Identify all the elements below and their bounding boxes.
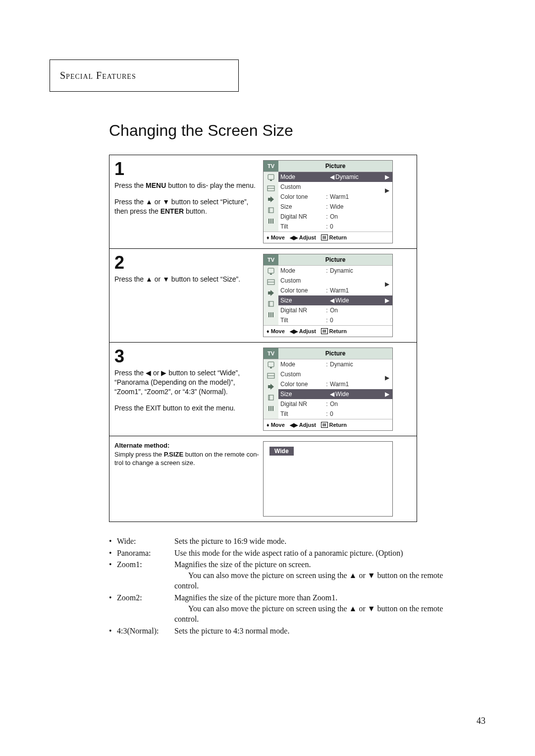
- t: Simply press the: [114, 451, 164, 458]
- osd-title: Picture: [278, 348, 392, 359]
- svg-marker-24: [268, 384, 274, 390]
- channel-icon: [266, 289, 276, 297]
- alternate-screen: Wide: [263, 441, 407, 517]
- t: You can also move the picture on screen …: [188, 604, 349, 613]
- osd-row-mode: Mode ◀Dynamic▶: [278, 172, 392, 182]
- t: Move: [271, 234, 285, 240]
- lbl: Tilt: [280, 317, 324, 324]
- t: ENTER: [160, 207, 184, 215]
- lbl: Custom: [280, 371, 324, 378]
- lbl: Size: [280, 297, 324, 304]
- picture-icon: [266, 267, 276, 276]
- setup-icon: [266, 310, 276, 319]
- lbl: Mode: [280, 267, 324, 274]
- step-2: 2 Press the ▲ or ▼ button to select “Siz…: [109, 249, 417, 343]
- right-triangle-icon: ▶: [385, 391, 389, 398]
- leftright-icon: ◀▶: [290, 328, 298, 335]
- step-alternate: Alternate method: Simply press the P.SIZ…: [109, 436, 417, 522]
- t: or: [357, 571, 367, 580]
- t: button to select “Size”.: [169, 275, 240, 283]
- sound-icon: [266, 184, 276, 193]
- screen-preview: Wide: [263, 441, 393, 517]
- bullet-icon: •: [109, 559, 117, 591]
- val: Wide: [330, 203, 390, 210]
- t: Magnifies the size of the picture on scr…: [174, 559, 466, 570]
- t: button.: [184, 207, 207, 215]
- footer-return: IIIReturn: [321, 328, 347, 334]
- footer-return: IIIReturn: [321, 234, 347, 240]
- osd-row-tilt: Tilt : 0: [278, 315, 392, 325]
- val: Warm1: [330, 193, 390, 200]
- t: Move: [271, 328, 285, 334]
- right-triangle-icon: ▶: [385, 297, 389, 304]
- bullet-icon: •: [109, 548, 117, 559]
- osd-row-colortone: Color tone : Warm1: [278, 192, 392, 202]
- footer-move: ♦Move: [267, 234, 285, 240]
- desc: Magnifies the size of the picture on scr…: [174, 559, 466, 591]
- term: Panorama:: [117, 548, 174, 559]
- svg-rect-11: [270, 274, 272, 275]
- step-1-number: 1: [114, 160, 260, 178]
- bullet-icon: •: [109, 592, 117, 625]
- osd-footer: ♦Move ◀▶Adjust IIIReturn: [264, 325, 392, 337]
- step-3-text: 3 Press the ◀ or ▶ button to select “Wid…: [114, 348, 263, 431]
- lbl: Size: [280, 203, 324, 210]
- steps-container: 1 Press the MENU button to dis- play the…: [109, 155, 417, 522]
- val: On: [330, 213, 390, 220]
- osd-row-mode: Mode : Dynamic: [278, 266, 392, 276]
- lbl: Color tone: [280, 287, 324, 294]
- down-triangle-icon: ▼: [162, 198, 169, 206]
- lbl: Color tone: [280, 193, 324, 200]
- leftright-icon: ◀▶: [290, 422, 298, 428]
- lbl: Digital NR: [280, 307, 324, 314]
- val: Warm1: [330, 287, 390, 294]
- osd-menu: TV Picture Mode: [263, 348, 393, 431]
- alternate-text: Alternate method: Simply press the P.SIZ…: [114, 441, 263, 517]
- footer-adjust: ◀▶Adjust: [290, 422, 316, 428]
- updown-icon: ♦: [267, 234, 269, 240]
- up-triangle-icon: ▲: [349, 604, 357, 613]
- t: Move: [271, 422, 285, 428]
- t: Adjust: [299, 328, 316, 334]
- down-triangle-icon: ▼: [368, 604, 375, 613]
- t: button to dis- play the menu.: [166, 181, 256, 189]
- val: Dynamic: [335, 174, 359, 180]
- svg-rect-0: [268, 174, 274, 179]
- val: On: [330, 307, 390, 314]
- footer-move: ♦Move: [267, 328, 285, 334]
- lbl: Digital NR: [280, 213, 324, 220]
- val: Dynamic: [330, 361, 390, 368]
- osd-footer: ♦Move ◀▶Adjust IIIReturn: [264, 232, 392, 243]
- val: Wide: [335, 297, 349, 304]
- step-3-osd: TV Picture Mode: [263, 348, 407, 431]
- osd-row-mode: Mode : Dynamic: [278, 359, 392, 369]
- left-triangle-icon: ◀: [330, 297, 334, 304]
- osd-row-colortone: Color tone : Warm1: [278, 379, 392, 389]
- osd-row-digitalnr: Digital NR : On: [278, 305, 392, 315]
- svg-marker-14: [268, 290, 274, 296]
- step-2-number: 2: [114, 254, 260, 272]
- desc: Use this mode for the wide aspect ratio …: [174, 548, 466, 559]
- osd-row-digitalnr: Digital NR : On: [278, 399, 392, 409]
- osd-row-size: Size : Wide: [278, 202, 392, 212]
- tv-tab: TV: [264, 254, 278, 265]
- osd-row-custom: Custom ▶: [278, 369, 392, 379]
- osd-title: Picture: [278, 254, 392, 265]
- left-triangle-icon: ◀: [146, 369, 151, 377]
- t: Adjust: [299, 234, 316, 240]
- osd-sidebar-icons: [264, 266, 278, 325]
- def-wide: • Wide: Sets the picture to 16:9 wide mo…: [109, 536, 466, 547]
- term: Zoom2:: [117, 592, 174, 625]
- step-2-text: 2 Press the ▲ or ▼ button to select “Siz…: [114, 254, 263, 337]
- right-triangle-icon: ▶: [385, 374, 389, 381]
- sound-icon: [266, 371, 276, 380]
- term: Wide:: [117, 536, 174, 547]
- lbl: Custom: [280, 277, 324, 284]
- osd-row-size: Size ◀Wide▶: [278, 295, 392, 305]
- channel-icon: [266, 382, 276, 391]
- footer-adjust: ◀▶Adjust: [290, 328, 316, 335]
- val: Warm1: [330, 381, 390, 388]
- osd-title: Picture: [278, 161, 392, 172]
- osd-row-tilt: Tilt : 0: [278, 409, 392, 419]
- lbl: Mode: [280, 361, 324, 368]
